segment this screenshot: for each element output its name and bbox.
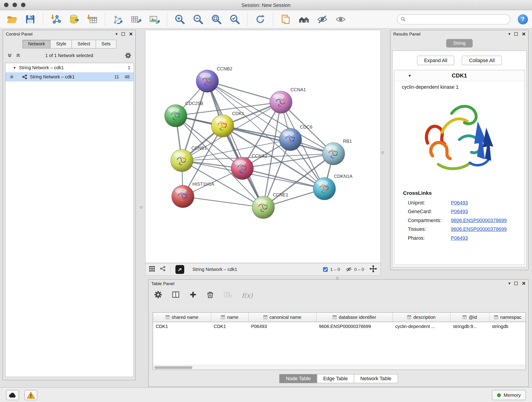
- collapse-all-button[interactable]: Collapse All: [462, 56, 502, 65]
- export-image-button[interactable]: [147, 12, 162, 27]
- network-node-cdkn1a[interactable]: [313, 178, 336, 200]
- control-panel-close-button[interactable]: ×: [129, 31, 133, 37]
- table-row[interactable]: CDK1CDK1P064939606.ENSP00000378699cyclin…: [153, 322, 526, 331]
- splitter-handle[interactable]: [381, 151, 384, 153]
- close-window-button[interactable]: [4, 3, 8, 7]
- network-row-selected[interactable]: String Network – cdk1 11 48: [6, 72, 134, 81]
- scrollbar-thumb[interactable]: [154, 366, 192, 369]
- import-table-from-file-button[interactable]: [85, 12, 100, 27]
- search-box[interactable]: [397, 14, 510, 24]
- column-header--id[interactable]: @id: [450, 313, 489, 322]
- crosslink-link[interactable]: P06493: [451, 235, 468, 241]
- save-session-button[interactable]: [22, 12, 38, 27]
- network-graph[interactable]: CCNB2CCNA1CDC25BCDK1CDC6RB1CCNB1CCNA2CDK…: [146, 30, 380, 263]
- string-network-button[interactable]: [160, 266, 166, 273]
- zoom-selected-button[interactable]: [227, 12, 243, 27]
- crosslink-link[interactable]: 9606.ENSP00000378699: [451, 217, 507, 223]
- control-panel-collapse-button[interactable]: ▾: [115, 32, 118, 36]
- delete-column-button[interactable]: [206, 291, 214, 300]
- tab-network[interactable]: Network: [22, 40, 51, 49]
- export-table-button[interactable]: [128, 12, 144, 27]
- eye-slash-icon[interactable]: [346, 267, 352, 272]
- zoom-fit-button[interactable]: [209, 12, 224, 27]
- network-canvas[interactable]: CCNB2CCNA1CDC25BCDK1CDC6RB1CCNB1CCNA2CDK…: [145, 30, 381, 263]
- tab-edge-table[interactable]: Edge Table: [317, 374, 354, 383]
- import-network-from-database-button[interactable]: [66, 12, 82, 27]
- network-collection-row[interactable]: ▼ String Network – cdk1 1: [6, 63, 134, 72]
- protein-entry-header[interactable]: ▼ CDK1: [394, 70, 525, 81]
- tab-sets[interactable]: Sets: [96, 40, 116, 49]
- grid-layout-button[interactable]: [149, 266, 155, 273]
- results-panel-collapse-button[interactable]: ▾: [508, 32, 510, 36]
- help-button[interactable]: ?: [518, 14, 528, 24]
- splitter-handle[interactable]: [336, 277, 339, 279]
- hidden-count-text: 0 – 0: [354, 267, 364, 272]
- column-header-database-identifier[interactable]: database identifier: [316, 313, 393, 322]
- network-node-ccnb2[interactable]: [196, 70, 219, 92]
- table-panel-collapse-button[interactable]: ▾: [508, 281, 510, 286]
- warnings-button[interactable]: [25, 390, 37, 400]
- results-panel-close-button[interactable]: ×: [522, 31, 526, 37]
- network-node-ccnb1[interactable]: [171, 149, 193, 172]
- open-document-button[interactable]: [278, 12, 293, 27]
- crosslink-link[interactable]: P06493: [451, 209, 468, 214]
- zoom-window-button[interactable]: [21, 3, 25, 7]
- table-panel-close-button[interactable]: ×: [522, 280, 526, 287]
- refresh-button[interactable]: [253, 12, 268, 27]
- import-network-from-file-button[interactable]: [48, 12, 63, 27]
- add-column-button[interactable]: [189, 291, 197, 300]
- network-node-ccna2[interactable]: [231, 157, 253, 180]
- expand-all-icon[interactable]: [16, 53, 21, 58]
- column-header-namespac[interactable]: namespac: [489, 313, 526, 322]
- column-header-description[interactable]: description: [393, 313, 450, 322]
- hide-selected-button[interactable]: [315, 12, 330, 27]
- zoom-in-button[interactable]: [172, 12, 188, 27]
- collapse-all-icon[interactable]: [7, 53, 12, 58]
- function-builder-button[interactable]: f(x): [241, 292, 253, 299]
- network-node-ccna1[interactable]: [270, 91, 292, 114]
- memory-button[interactable]: Memory: [492, 390, 526, 400]
- minimize-window-button[interactable]: [13, 3, 17, 7]
- clone-network-button[interactable]: [110, 12, 126, 27]
- column-header-canonical-name[interactable]: canonical name: [248, 313, 316, 322]
- zoom-out-button[interactable]: [190, 12, 206, 27]
- network-node-cdc6[interactable]: [279, 128, 302, 151]
- tab-network-table[interactable]: Network Table: [354, 374, 398, 383]
- birds-eye-view-button[interactable]: [176, 265, 184, 274]
- crosslink-link[interactable]: P06493: [451, 200, 468, 205]
- network-node-cdc25b[interactable]: [165, 104, 187, 127]
- column-header-name[interactable]: name: [211, 313, 248, 322]
- open-session-button[interactable]: [4, 12, 20, 27]
- network-options-button[interactable]: [125, 52, 131, 60]
- memory-label: Memory: [504, 392, 521, 398]
- first-neighbors-button[interactable]: [296, 12, 312, 27]
- checkbox-icon[interactable]: [323, 267, 328, 272]
- results-panel-float-button[interactable]: [515, 32, 518, 36]
- control-panel-float-button[interactable]: [122, 32, 125, 36]
- table-toolbar: f(x): [154, 288, 253, 302]
- tab-style[interactable]: Style: [51, 40, 72, 49]
- table-options-button[interactable]: [154, 291, 162, 300]
- network-node-hist1h1a[interactable]: [172, 185, 194, 208]
- network-node-ccne1[interactable]: [252, 196, 274, 219]
- show-columns-button[interactable]: [172, 291, 180, 300]
- network-node-rb1[interactable]: [322, 143, 345, 165]
- splitter-handle[interactable]: [140, 206, 143, 208]
- tab-select[interactable]: Select: [72, 40, 96, 49]
- column-header-shared-name[interactable]: shared name: [153, 313, 211, 322]
- show-all-button[interactable]: [333, 12, 348, 27]
- network-node-cdk1[interactable]: [211, 115, 234, 137]
- collapse-entry-icon[interactable]: ▼: [408, 74, 412, 78]
- pan-tool-button[interactable]: [370, 265, 377, 274]
- crosslink-link[interactable]: 9606.ENSP00000378699: [451, 226, 507, 232]
- tab-string[interactable]: String: [446, 39, 473, 47]
- search-input[interactable]: [408, 17, 507, 22]
- tree-expand-icon[interactable]: ▼: [13, 66, 16, 70]
- tab-node-table[interactable]: Node Table: [279, 374, 317, 383]
- table-panel-float-button[interactable]: [515, 282, 518, 285]
- node-table[interactable]: shared namenamecanonical namedatabase id…: [152, 312, 526, 370]
- table-panel-header: Table Panel ▾ ×: [149, 280, 528, 287]
- cloud-status-button[interactable]: [6, 390, 19, 400]
- horizontal-scrollbar[interactable]: [153, 365, 526, 370]
- expand-all-button[interactable]: Expand All: [417, 56, 455, 65]
